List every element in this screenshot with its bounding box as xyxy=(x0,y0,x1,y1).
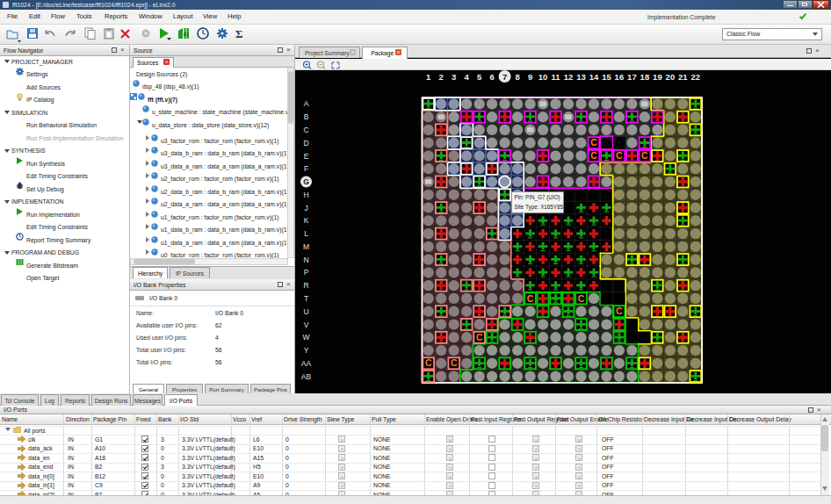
svg-text:E: E xyxy=(304,152,309,161)
svg-text:J: J xyxy=(304,204,307,212)
svg-text:C: C xyxy=(303,126,308,134)
svg-text:U: U xyxy=(303,307,308,316)
svg-text:C: C xyxy=(451,357,458,368)
svg-text:12: 12 xyxy=(564,72,574,82)
svg-text:1: 1 xyxy=(426,72,431,82)
svg-text:F: F xyxy=(304,164,308,173)
svg-text:V: V xyxy=(304,320,309,329)
svg-text:Pin: PIN_G7 (UIO): Pin: PIN_G7 (UIO) xyxy=(515,194,560,201)
svg-text:22: 22 xyxy=(691,72,701,82)
svg-text:A: A xyxy=(304,99,309,108)
svg-text:C: C xyxy=(425,357,432,368)
svg-text:AA: AA xyxy=(301,359,312,368)
svg-text:T: T xyxy=(304,294,308,303)
svg-text:G: G xyxy=(303,177,309,186)
svg-text:2: 2 xyxy=(439,72,444,82)
svg-text:Site Type: X165Y85: Site Type: X165Y85 xyxy=(515,204,564,211)
svg-text:4: 4 xyxy=(465,72,470,82)
svg-text:H: H xyxy=(303,191,308,199)
svg-text:19: 19 xyxy=(653,72,662,82)
svg-text:15: 15 xyxy=(602,72,611,82)
svg-text:P: P xyxy=(304,268,309,277)
svg-text:AB: AB xyxy=(301,372,312,381)
svg-text:C: C xyxy=(616,150,623,161)
svg-text:3: 3 xyxy=(452,72,456,82)
svg-text:D: D xyxy=(303,139,308,148)
svg-text:16: 16 xyxy=(615,72,625,82)
svg-text:9: 9 xyxy=(528,72,532,82)
svg-text:21: 21 xyxy=(678,72,688,82)
svg-text:C: C xyxy=(527,293,534,304)
svg-text:8: 8 xyxy=(515,72,519,82)
svg-text:W: W xyxy=(302,333,309,342)
svg-text:B: B xyxy=(304,112,309,121)
svg-text:C: C xyxy=(616,306,623,316)
svg-text:C: C xyxy=(476,332,483,342)
svg-text:20: 20 xyxy=(666,72,676,82)
svg-text:18: 18 xyxy=(640,72,650,82)
svg-text:5: 5 xyxy=(477,72,482,82)
svg-text:17: 17 xyxy=(627,72,637,82)
svg-text:N: N xyxy=(303,256,308,264)
svg-text:Y: Y xyxy=(304,346,309,355)
svg-text:10: 10 xyxy=(538,72,548,82)
svg-text:6: 6 xyxy=(489,72,494,82)
svg-text:C: C xyxy=(590,137,597,148)
svg-text:01: 01 xyxy=(184,32,189,37)
svg-text:K: K xyxy=(304,216,309,225)
svg-text:C: C xyxy=(578,293,585,304)
svg-text:11: 11 xyxy=(551,72,560,82)
svg-text:7: 7 xyxy=(502,72,507,82)
svg-text:M: M xyxy=(303,242,309,251)
svg-text:C: C xyxy=(590,150,597,161)
svg-text:13: 13 xyxy=(576,72,586,82)
svg-text:14: 14 xyxy=(589,72,599,82)
svg-text:R: R xyxy=(303,281,308,290)
svg-text:C: C xyxy=(641,150,648,161)
svg-text:L: L xyxy=(304,229,308,238)
svg-text:Σ: Σ xyxy=(235,27,243,40)
